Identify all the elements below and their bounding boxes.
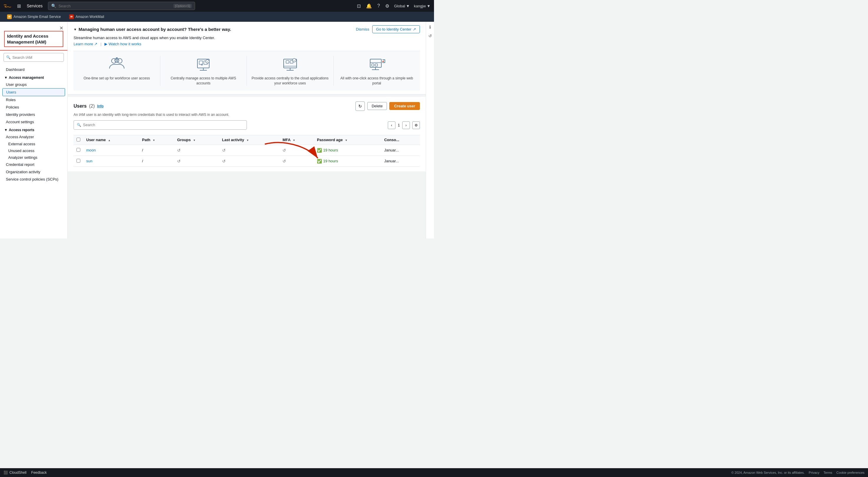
- sidebar-item-analyzer-settings[interactable]: Analyzer settings: [0, 154, 67, 161]
- users-search-input[interactable]: [83, 123, 244, 127]
- sidebar-item-external-access[interactable]: External access: [0, 140, 67, 147]
- sidebar-item-account-settings[interactable]: Account settings: [0, 118, 67, 126]
- svg-rect-19: [286, 61, 289, 63]
- groups-sort-icon[interactable]: ▼: [193, 139, 196, 142]
- region-selector[interactable]: Global ▼: [394, 4, 410, 8]
- sidebar-item-dashboard[interactable]: Dashboard: [0, 66, 67, 73]
- row-checkbox-moon[interactable]: [76, 148, 80, 152]
- wm-icon: ✉: [69, 14, 74, 19]
- history-panel-icon[interactable]: ↺: [428, 34, 432, 38]
- banner-features: One-time set up for workforce user acces…: [73, 51, 420, 91]
- next-page-button[interactable]: ›: [402, 122, 410, 129]
- user-groups-sun: ↺: [174, 156, 219, 166]
- feature-cloud-apps-text: Provide access centrally to the cloud ap…: [250, 76, 331, 86]
- col-last-activity: Last activity ▼: [219, 135, 280, 145]
- feature-central-icon: +: [163, 56, 244, 73]
- col-path: Path ▼: [139, 135, 174, 145]
- select-all-checkbox[interactable]: [76, 138, 80, 141]
- sidebar-item-identity-providers[interactable]: Identity providers: [0, 111, 67, 118]
- help-icon[interactable]: ?: [377, 3, 380, 9]
- sidebar-item-scp[interactable]: Service control policies (SCPs): [0, 176, 67, 183]
- sidebar: ✕ Identity and Access Management (IAM) 🔍…: [0, 22, 68, 238]
- col-mfa: MFA ▼: [280, 135, 314, 145]
- ses-label: Amazon Simple Email Service: [13, 15, 61, 19]
- search-icon: 🔍: [51, 3, 56, 8]
- user-link-sun[interactable]: sun: [86, 159, 92, 163]
- sidebar-item-roles[interactable]: Roles: [0, 96, 67, 103]
- nav-right: ⊡ 🔔 ? ⚙ Global ▼ kangjw ▼: [356, 3, 431, 9]
- users-search-bar[interactable]: 🔍: [73, 120, 247, 130]
- user-groups-moon: ↺: [174, 145, 219, 156]
- play-icon: ▶: [104, 42, 107, 46]
- banner-links: Learn more ↗ | ▶ Watch how it works: [73, 42, 420, 46]
- user-path-moon: /: [139, 145, 174, 156]
- svg-point-4: [116, 59, 117, 60]
- dismiss-button[interactable]: Dismiss: [356, 27, 370, 31]
- workmail-tab[interactable]: ✉ Amazon WorkMail: [66, 13, 108, 20]
- user-mfa-sun: ↺: [280, 156, 314, 166]
- user-lastactivity-sun: ↺: [219, 156, 280, 166]
- username-sort-icon[interactable]: ▲: [108, 139, 111, 142]
- cloud-icon[interactable]: ⊡: [356, 3, 361, 9]
- user-path-sun: /: [139, 156, 174, 166]
- sidebar-search-input[interactable]: [12, 55, 61, 60]
- page-number: 1: [398, 123, 400, 127]
- sidebar-section-access-management[interactable]: ▼ Access management: [0, 73, 67, 81]
- sidebar-item-user-groups[interactable]: User groups: [0, 81, 67, 88]
- password-age-sort-icon[interactable]: ▼: [345, 139, 347, 142]
- sidebar-item-credential-report[interactable]: Credential report: [0, 161, 67, 168]
- grid-icon[interactable]: ⊞: [17, 3, 22, 9]
- table-settings-button[interactable]: ⚙: [412, 122, 420, 129]
- ses-tab[interactable]: ✉ Amazon Simple Email Service: [3, 13, 64, 20]
- feature-central: + Centrally manage access to multiple AW…: [160, 56, 247, 86]
- services-button[interactable]: Services: [25, 2, 44, 9]
- path-sort-icon[interactable]: ▼: [153, 139, 155, 142]
- users-count: (2): [89, 103, 95, 109]
- user-link-moon[interactable]: moon: [86, 148, 96, 152]
- create-user-button[interactable]: Create user: [389, 102, 420, 110]
- svg-point-2: [117, 59, 122, 63]
- check-icon: ✅: [317, 159, 322, 163]
- svg-rect-26: [375, 64, 377, 66]
- col-password-age: Password age ▼: [314, 135, 381, 145]
- top-search-bar[interactable]: 🔍 [Option+S]: [48, 2, 195, 10]
- sidebar-section-access-reports[interactable]: ▼ Access reports: [0, 126, 67, 133]
- top-search-input[interactable]: [59, 4, 171, 8]
- refresh-button[interactable]: ↻: [355, 101, 365, 111]
- watch-link[interactable]: ▶ Watch how it works: [104, 42, 142, 46]
- users-actions: ↻ Delete Create user: [355, 101, 420, 111]
- user-menu[interactable]: kangjw ▼: [414, 4, 431, 8]
- learn-more-link[interactable]: Learn more ↗: [73, 42, 97, 46]
- svg-text:aws: aws: [4, 4, 6, 5]
- row-checkbox-sun[interactable]: [76, 159, 80, 163]
- identity-center-button[interactable]: Go to Identity Center ↗: [372, 25, 420, 33]
- prev-page-button[interactable]: ‹: [388, 122, 396, 129]
- mfa-sort-icon[interactable]: ▼: [293, 139, 296, 142]
- sidebar-close-button[interactable]: ✕: [59, 25, 63, 31]
- info-panel-icon[interactable]: ℹ: [429, 25, 431, 29]
- sidebar-item-unused-access[interactable]: Unused access: [0, 147, 67, 154]
- sidebar-item-policies[interactable]: Policies: [0, 103, 67, 111]
- banner-description: Streamline human access to AWS and cloud…: [73, 36, 420, 40]
- sidebar-title: Identity and Access Management (IAM): [4, 31, 63, 47]
- table-row: moon / ↺ ↺ ↺ ✅ 19 hours Januar...: [73, 145, 420, 156]
- bell-icon[interactable]: 🔔: [366, 3, 372, 9]
- feature-central-text: Centrally manage access to multiple AWS …: [163, 76, 244, 86]
- last-activity-sort-icon[interactable]: ▼: [246, 139, 249, 142]
- search-shortcut: [Option+S]: [173, 4, 191, 8]
- aws-logo[interactable]: aws: [3, 3, 13, 9]
- workmail-label: Amazon WorkMail: [75, 15, 104, 19]
- sidebar-search-bar[interactable]: 🔍: [3, 53, 64, 62]
- user-lastactivity-moon: ↺: [219, 145, 280, 156]
- search-icon: 🔍: [77, 123, 81, 127]
- settings-icon[interactable]: ⚙: [384, 3, 390, 9]
- feature-workforce: One-time set up for workforce user acces…: [73, 56, 160, 86]
- sidebar-item-access-analyzer[interactable]: Access Analyzer: [0, 133, 67, 140]
- users-info-link[interactable]: Info: [97, 104, 103, 108]
- sidebar-item-org-activity[interactable]: Organization activity: [0, 168, 67, 176]
- delete-button[interactable]: Delete: [367, 102, 387, 110]
- sidebar-item-users[interactable]: Users: [2, 88, 65, 96]
- reports-chevron-icon: ▼: [4, 128, 8, 132]
- user-passwordage-sun: ✅ 19 hours: [314, 156, 381, 166]
- main-layout: ✕ Identity and Access Management (IAM) 🔍…: [0, 22, 434, 238]
